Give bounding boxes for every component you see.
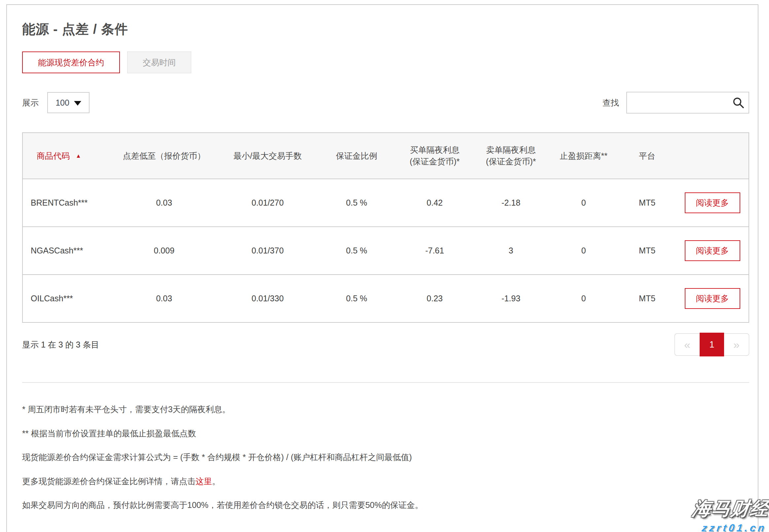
footnote-margin-formula: 现货能源差价合约保证金需求计算公式为 = (手数 * 合约规模 * 开仓价格) … <box>22 452 749 463</box>
table-footer: 显示 1 在 3 的 3 条目 « 1 » <box>22 333 749 356</box>
watermark-url: zzrt01.cn <box>689 522 767 532</box>
footnote-stop-levels: ** 根据当前市价设置挂单的最低止损盈最低点数 <box>22 428 749 439</box>
search-input[interactable] <box>626 92 749 114</box>
cell-margin: 0.5 % <box>317 179 397 227</box>
footnote-hedged-margin: 如果交易同方向的商品，预付款比例需要高于100%，若使用差价合约锁仓交易的话，则… <box>22 500 749 511</box>
column-header-spread[interactable]: 点差低至（报价货币） <box>110 133 219 179</box>
tab-energy-spot-cfd[interactable]: 能源现货差价合约 <box>22 51 120 73</box>
read-more-button[interactable]: 阅读更多 <box>685 288 740 309</box>
read-more-button[interactable]: 阅读更多 <box>685 240 740 261</box>
cell-lots: 0.01/270 <box>219 179 317 227</box>
tab-trading-hours[interactable]: 交易时间 <box>127 51 191 73</box>
cell-spread: 0.03 <box>110 179 219 227</box>
swap-buy-line1: 买单隔夜利息 <box>396 144 473 156</box>
column-header-margin[interactable]: 保证金比例 <box>317 133 397 179</box>
cell-stop-distance: 0 <box>549 179 618 227</box>
search-label: 查找 <box>603 97 619 108</box>
cell-swap-buy: 0.23 <box>396 275 473 322</box>
page-title: 能源 - 点差 / 条件 <box>22 20 749 38</box>
column-header-swap-buy[interactable]: 买单隔夜利息 (保证金货币)* <box>396 133 473 179</box>
table-controls: 展示 100 查找 <box>22 92 749 114</box>
here-link[interactable]: 这里 <box>196 477 212 486</box>
sort-asc-icon: ▲ <box>76 153 81 159</box>
column-header-code[interactable]: 商品代码▲ <box>22 133 110 179</box>
pagination-prev-button[interactable]: « <box>675 333 700 356</box>
column-header-lots[interactable]: 最小/最大交易手数 <box>219 133 317 179</box>
tab-bar: 能源现货差价合约 交易时间 <box>22 51 749 73</box>
column-header-stop-distance[interactable]: 止盈损距离** <box>549 133 618 179</box>
show-label: 展示 <box>22 97 39 108</box>
instruments-table: 商品代码▲ 点差低至（报价货币） 最小/最大交易手数 保证金比例 买单隔夜利息 … <box>22 132 749 323</box>
footnote-link-prefix: 更多现货能源差价合约保证金比例详情，请点击 <box>22 477 196 486</box>
search-area: 查找 <box>603 92 749 114</box>
cell-stop-distance: 0 <box>549 227 618 275</box>
pagination: « 1 » <box>675 333 749 356</box>
cell-code: OILCash*** <box>22 275 110 322</box>
search-icon <box>732 96 745 110</box>
table-row: BRENTCash*** 0.03 0.01/270 0.5 % 0.42 -2… <box>22 179 749 227</box>
column-header-action <box>676 133 749 179</box>
read-more-button[interactable]: 阅读更多 <box>685 192 740 213</box>
swap-buy-line2: (保证金货币)* <box>396 156 473 167</box>
footnote-swap-friday: * 周五闭市时若有未平仓头寸，需要支付3天的隔夜利息。 <box>22 404 749 415</box>
cell-swap-sell: -1.93 <box>473 275 549 322</box>
column-header-swap-sell[interactable]: 卖单隔夜利息 (保证金货币)* <box>473 133 549 179</box>
cell-stop-distance: 0 <box>549 275 618 322</box>
search-box <box>626 92 749 114</box>
cell-spread: 0.03 <box>110 275 219 322</box>
page-size-value: 100 <box>55 98 69 108</box>
cell-margin: 0.5 % <box>317 227 397 275</box>
footnote-link-suffix: 。 <box>212 477 220 486</box>
cell-code: BRENTCash*** <box>22 179 110 227</box>
pagination-page-1[interactable]: 1 <box>700 333 724 356</box>
watermark-brand: 海马财经 <box>691 496 769 521</box>
cell-code: NGASCash*** <box>22 227 110 275</box>
footnotes: * 周五闭市时若有未平仓头寸，需要支付3天的隔夜利息。 ** 根据当前市价设置挂… <box>22 404 749 511</box>
cell-lots: 0.01/330 <box>219 275 317 322</box>
cell-swap-sell: -2.18 <box>473 179 549 227</box>
swap-sell-line2: (保证金货币)* <box>473 156 549 167</box>
cell-margin: 0.5 % <box>317 275 397 322</box>
cell-spread: 0.009 <box>110 227 219 275</box>
cell-platform: MT5 <box>618 275 676 322</box>
entries-info: 显示 1 在 3 的 3 条目 <box>22 339 99 350</box>
pagination-next-button[interactable]: » <box>724 333 749 356</box>
cell-platform: MT5 <box>618 179 676 227</box>
content-card: 能源 - 点差 / 条件 能源现货差价合约 交易时间 展示 100 查找 <box>6 4 758 532</box>
cell-swap-sell: 3 <box>473 227 549 275</box>
column-header-platform[interactable]: 平台 <box>618 133 676 179</box>
cell-swap-buy: -7.61 <box>396 227 473 275</box>
table-header-row: 商品代码▲ 点差低至（报价货币） 最小/最大交易手数 保证金比例 买单隔夜利息 … <box>22 133 749 179</box>
footnote-margin-details: 更多现货能源差价合约保证金比例详情，请点击这里。 <box>22 476 749 487</box>
table-row: OILCash*** 0.03 0.01/330 0.5 % 0.23 -1.9… <box>22 275 749 322</box>
column-header-code-label: 商品代码 <box>37 151 70 160</box>
cell-platform: MT5 <box>618 227 676 275</box>
cell-swap-buy: 0.42 <box>396 179 473 227</box>
table-row: NGASCash*** 0.009 0.01/370 0.5 % -7.61 3… <box>22 227 749 275</box>
caret-down-icon <box>74 101 81 106</box>
section-divider <box>22 382 749 383</box>
cell-lots: 0.01/370 <box>219 227 317 275</box>
watermark: 海马财经 zzrt01.cn <box>689 496 769 532</box>
page-size-select[interactable]: 100 <box>47 92 89 113</box>
swap-sell-line1: 卖单隔夜利息 <box>473 144 549 156</box>
